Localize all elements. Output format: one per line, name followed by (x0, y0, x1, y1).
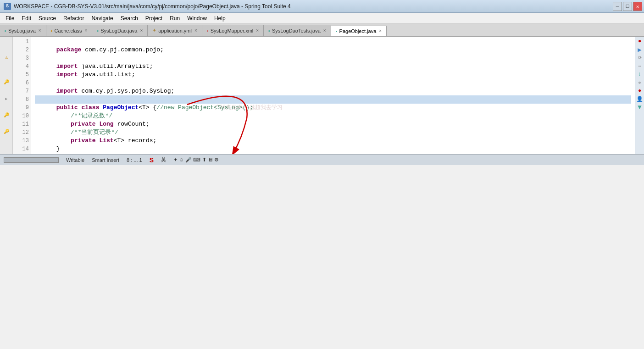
tab-syslogdaotests[interactable]: ▪ SysLogDaoTests.java × (264, 25, 331, 36)
menu-search[interactable]: Search (117, 14, 142, 22)
sidebar-icon-1[interactable]: ● (636, 38, 644, 45)
gutter-icon-3: ⚠ (0, 53, 13, 61)
sidebar-icon-6[interactable]: ⊕ (636, 79, 644, 86)
code-line-6: import com.cy.pj.sys.pojo.SysLog; (35, 79, 631, 87)
tab-pageobject[interactable]: ▪ PageObject.java × (331, 26, 387, 37)
close-button[interactable]: ✕ (633, 2, 642, 11)
code-line-1: package com.cy.pj.common.pojo; (35, 38, 631, 46)
menu-refactor[interactable]: Refactor (60, 14, 88, 22)
menu-window[interactable]: Window (183, 14, 211, 22)
gutter-icon-5 (0, 70, 13, 78)
tab-cache-label: Cache.class (55, 28, 82, 33)
tab-syslogmapper-close[interactable]: × (256, 28, 259, 33)
tab-syslogmapper[interactable]: ▪ SysLogMapper.xml × (202, 25, 264, 36)
code-line-12: private List<T> records; (35, 128, 631, 137)
gutter-icon-8: ▶ (0, 94, 13, 103)
gutter-icon-1 (0, 37, 13, 45)
code-line-8: public class PageObject<T> {//new PageOb… (35, 95, 631, 104)
tab-pageobject-label: PageObject.java (339, 28, 377, 34)
status-lang: 英 (161, 156, 166, 163)
right-sidebar: ● ▶ ⟳ ⋯ ↓ ⊕ ● 👤 ▼ (635, 37, 644, 154)
menu-navigate[interactable]: Navigate (88, 14, 117, 22)
menu-help[interactable]: Help (211, 14, 229, 22)
tab-syslog-label: SysLog.java (8, 28, 36, 33)
tab-syslogmapper-label: SysLogMapper.xml (211, 28, 254, 33)
status-misc: ✦ ☺ 🎤 ⌨ ⬆ 🖥 ⚙ (173, 157, 219, 163)
gutter-icon-9 (0, 103, 13, 111)
tab-bar: ▪ SysLog.java × ▪ Cache.class × ▪ SysLog… (0, 24, 644, 37)
status-insert-mode: Smart Insert (92, 157, 119, 163)
sidebar-icon-9[interactable]: ▼ (636, 104, 644, 111)
status-writable: Writable (66, 157, 84, 163)
editor-wrapper: ⚠ 🔑 ▶ 🔑 🔑 1 2 3 4 5 6 7 8 9 10 11 12 13 … (0, 37, 644, 154)
tab-cache[interactable]: ▪ Cache.class × (46, 25, 93, 36)
gutter-icon-7 (0, 86, 13, 94)
tab-applicationyml-label: application.yml (158, 28, 192, 33)
status-progress (4, 157, 59, 163)
tab-syslog[interactable]: ▪ SysLog.java × (0, 25, 46, 36)
watermark: 广州先先中心-越超我去学习 (215, 103, 283, 111)
sidebar-icon-7[interactable]: ● (636, 87, 644, 94)
tab-cache-close[interactable]: × (85, 28, 88, 33)
tab-syslogdaotests-label: SysLogDaoTests.java (272, 28, 321, 33)
window-controls: ─ □ ✕ (613, 2, 642, 11)
sidebar-icon-3[interactable]: ⟳ (636, 54, 644, 61)
minimize-button[interactable]: ─ (613, 2, 622, 11)
gutter-icon-10: 🔑 (0, 111, 13, 119)
maximize-button[interactable]: □ (623, 2, 632, 11)
menu-run[interactable]: Run (166, 14, 183, 22)
code-line-14 (35, 145, 631, 153)
gutter-icon-11 (0, 119, 13, 127)
code-line-10: private Long rowCount; (35, 112, 631, 120)
status-language-icon: S (150, 156, 154, 164)
status-position: 8 : ... 1 (127, 157, 142, 163)
tab-applicationyml-close[interactable]: × (194, 28, 197, 33)
gutter-icon-13 (0, 136, 13, 144)
menu-source[interactable]: Source (35, 14, 60, 22)
window-title: WORKSPACE - CGB-DB-SYS-V3.01/src/main/ja… (14, 3, 291, 10)
menu-bar: File Edit Source Refactor Navigate Searc… (0, 13, 644, 24)
menu-file[interactable]: File (2, 14, 18, 22)
tab-syslog-close[interactable]: × (39, 28, 41, 33)
gutter-icon-6: 🔑 (0, 78, 13, 86)
sidebar-icon-4[interactable]: ⋯ (636, 62, 644, 70)
tab-syslogdao-label: SysLogDao.java (100, 28, 137, 33)
code-editor[interactable]: package com.cy.pj.common.pojo; import ja… (31, 37, 635, 154)
code-line-3: import java.util.ArrayList; (35, 54, 631, 62)
gutter-icon-14 (0, 144, 13, 152)
status-bar: Writable Smart Insert 8 : ... 1 S 英 ✦ ☺ … (0, 154, 644, 165)
menu-project[interactable]: Project (142, 14, 166, 22)
gutter-icon-2 (0, 45, 13, 53)
sidebar-icon-5[interactable]: ↓ (636, 71, 644, 78)
menu-edit[interactable]: Edit (18, 14, 35, 22)
tab-syslogdao-close[interactable]: × (140, 28, 143, 33)
title-bar: S WORKSPACE - CGB-DB-SYS-V3.01/src/main/… (0, 0, 644, 13)
gutter-icon-4 (0, 61, 13, 70)
tab-syslogdao[interactable]: ▪ SysLogDao.java × (92, 25, 148, 36)
gutter-icon-12: 🔑 (0, 127, 13, 136)
tab-pageobject-close[interactable]: × (379, 28, 382, 33)
line-numbers: 1 2 3 4 5 6 7 8 9 10 11 12 13 14 (13, 37, 31, 154)
left-gutter: ⚠ 🔑 ▶ 🔑 🔑 (0, 37, 13, 154)
app-icon: S (4, 3, 11, 10)
tab-syslogdaotests-close[interactable]: × (323, 28, 326, 33)
sidebar-icon-8[interactable]: 👤 (636, 95, 644, 103)
tab-applicationyml[interactable]: ✦ application.yml × (148, 25, 202, 36)
sidebar-icon-2[interactable]: ▶ (636, 46, 644, 53)
